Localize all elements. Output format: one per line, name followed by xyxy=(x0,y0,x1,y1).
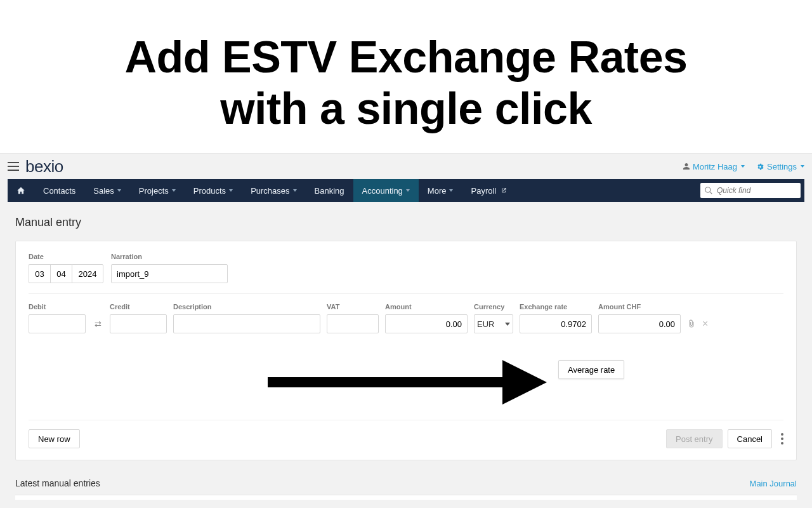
quick-find-input[interactable] xyxy=(700,183,801,198)
chevron-down-icon xyxy=(406,189,410,192)
date-day-input[interactable] xyxy=(29,264,50,283)
cancel-button[interactable]: Cancel xyxy=(728,429,772,448)
narration-input[interactable] xyxy=(111,264,228,283)
nav-banking[interactable]: Banking xyxy=(306,179,353,202)
hero-line2: with a single click xyxy=(220,84,592,133)
vat-input[interactable] xyxy=(327,314,379,333)
currency-select[interactable]: EUR xyxy=(474,314,513,333)
chevron-down-icon xyxy=(449,189,453,192)
settings-label: Settings xyxy=(767,162,797,171)
chevron-down-icon xyxy=(801,165,804,168)
description-field: Description xyxy=(173,303,320,333)
swap-icon[interactable]: ⇄ xyxy=(92,314,103,333)
main-navbar: Contacts Sales Projects Products Purchas… xyxy=(8,179,804,202)
more-actions-icon[interactable] xyxy=(781,433,783,444)
narration-label: Narration xyxy=(111,253,228,260)
currency-label: Currency xyxy=(474,303,513,311)
topbar: bexio Moritz Haag Settings xyxy=(0,154,812,179)
page-body: Manual entry Date Narration xyxy=(0,202,812,460)
hero-headline: Add ESTV Exchange Rates with a single cl… xyxy=(0,0,812,153)
quick-find xyxy=(700,183,801,198)
nav-products[interactable]: Products xyxy=(185,179,242,202)
svg-rect-0 xyxy=(268,377,509,387)
debit-input[interactable] xyxy=(29,314,86,333)
home-icon xyxy=(16,186,25,195)
page-title: Manual entry xyxy=(15,216,797,229)
chevron-down-icon xyxy=(229,189,233,192)
nav-sales[interactable]: Sales xyxy=(84,179,130,202)
credit-input[interactable] xyxy=(110,314,167,333)
remove-row-icon[interactable]: × xyxy=(702,319,708,329)
nav-payroll[interactable]: Payroll xyxy=(462,179,516,202)
date-field: Date xyxy=(29,253,103,283)
chevron-down-icon xyxy=(117,189,121,192)
amount-chf-label: Amount CHF xyxy=(598,303,681,311)
main-journal-link[interactable]: Main Journal xyxy=(750,479,797,488)
hero-line1: Add ESTV Exchange Rates xyxy=(124,32,687,82)
row-actions: × xyxy=(687,314,708,333)
latest-entries-table xyxy=(15,495,797,500)
chevron-down-icon xyxy=(741,165,745,168)
brand-logo: bexio xyxy=(25,157,63,177)
description-label: Description xyxy=(173,303,320,311)
arrow-icon xyxy=(268,360,547,404)
user-name: Moritz Haag xyxy=(693,162,737,171)
amount-chf-field: Amount CHF xyxy=(598,303,681,333)
narration-field: Narration xyxy=(111,253,228,283)
credit-field: Credit xyxy=(110,303,167,333)
user-icon xyxy=(683,162,690,171)
amount-input[interactable] xyxy=(385,314,468,333)
nav-purchases[interactable]: Purchases xyxy=(242,179,305,202)
settings-menu[interactable]: Settings xyxy=(756,162,804,171)
latest-entries-heading: Latest manual entries xyxy=(15,478,100,488)
exchange-rate-label: Exchange rate xyxy=(520,303,592,311)
chevron-down-icon xyxy=(505,323,510,326)
attachment-icon[interactable] xyxy=(687,319,696,328)
search-icon xyxy=(704,186,713,195)
amount-chf-input[interactable] xyxy=(598,314,681,333)
external-link-icon xyxy=(501,187,507,194)
exchange-rate-input[interactable] xyxy=(520,314,592,333)
gear-icon xyxy=(756,163,764,171)
app-window: bexio Moritz Haag Settings Contacts Sale… xyxy=(0,153,812,508)
hamburger-icon[interactable] xyxy=(8,162,19,171)
date-year-input[interactable] xyxy=(72,264,103,283)
nav-projects[interactable]: Projects xyxy=(130,179,185,202)
divider xyxy=(29,293,783,294)
new-row-button[interactable]: New row xyxy=(29,429,80,448)
amount-field: Amount xyxy=(385,303,468,333)
chevron-down-icon xyxy=(172,189,176,192)
nav-home[interactable] xyxy=(8,179,34,202)
description-input[interactable] xyxy=(173,314,320,333)
date-month-input[interactable] xyxy=(50,264,72,283)
currency-value: EUR xyxy=(477,319,494,329)
vat-field: VAT xyxy=(327,303,379,333)
user-menu[interactable]: Moritz Haag xyxy=(683,162,745,171)
debit-field: Debit xyxy=(29,303,86,333)
annotation-arrow xyxy=(29,360,558,404)
vat-label: VAT xyxy=(327,303,379,311)
entry-card: Date Narration Debit xyxy=(15,241,797,460)
average-rate-button[interactable]: Average rate xyxy=(558,360,624,379)
date-label: Date xyxy=(29,253,103,260)
debit-label: Debit xyxy=(29,303,86,311)
amount-label: Amount xyxy=(385,303,468,311)
credit-label: Credit xyxy=(110,303,167,311)
nav-contacts[interactable]: Contacts xyxy=(34,179,84,202)
currency-field: Currency EUR xyxy=(474,303,513,333)
nav-accounting[interactable]: Accounting xyxy=(353,179,419,202)
post-entry-button: Post entry xyxy=(666,429,723,448)
nav-more[interactable]: More xyxy=(419,179,462,202)
exchange-rate-field: Exchange rate xyxy=(520,303,592,333)
svg-marker-1 xyxy=(502,360,547,404)
chevron-down-icon xyxy=(293,189,297,192)
